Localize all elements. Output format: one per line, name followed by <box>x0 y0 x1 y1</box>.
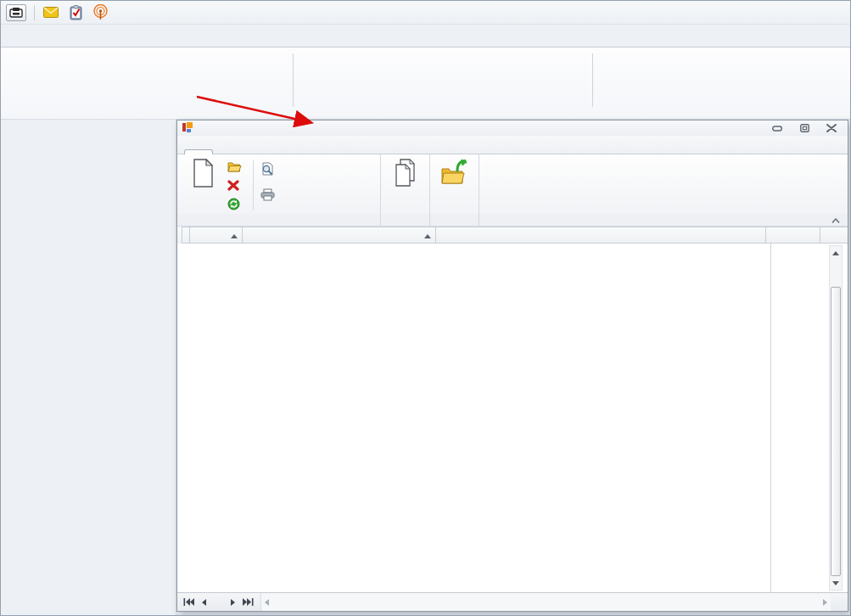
ribbon-column-5 <box>363 53 469 119</box>
toolbar-group-labels <box>177 214 848 227</box>
plantillas-incidencia-dialog <box>176 120 848 612</box>
minimize-button[interactable] <box>771 123 783 133</box>
sidebar <box>1 120 176 616</box>
ribbon-collapse-area <box>479 214 848 226</box>
header-categoria[interactable] <box>190 227 243 244</box>
hscroll-right-icon[interactable] <box>823 599 827 606</box>
phone-icon <box>8 4 25 21</box>
ribbon-group-divider <box>293 53 294 107</box>
ribbon-column-3 <box>167 53 288 119</box>
ribbon-column-8 <box>747 53 850 119</box>
nuevo-button[interactable] <box>182 157 224 214</box>
ribbon-group-divider <box>592 53 593 107</box>
table-header <box>177 227 848 244</box>
tasks-icon[interactable] <box>67 4 84 21</box>
phone-button[interactable] <box>6 4 26 21</box>
menu-bar <box>1 25 850 47</box>
mail-icon[interactable] <box>42 4 59 21</box>
vertical-scrollbar[interactable] <box>829 245 843 591</box>
chevron-up-icon[interactable] <box>831 216 841 224</box>
broadcast-icon[interactable] <box>92 4 109 21</box>
group-label-cerrar <box>430 214 479 226</box>
main-area <box>1 120 850 616</box>
nav-last-button[interactable] <box>240 596 255 609</box>
ribbon-column-4 <box>298 53 363 119</box>
ribbon-column-7 <box>597 53 747 119</box>
ribbon-panel <box>1 47 850 120</box>
header-tipo-incidencia[interactable] <box>243 227 436 244</box>
printer-icon <box>260 188 275 201</box>
scroll-down-icon[interactable] <box>830 576 842 590</box>
dialog-title-bar[interactable] <box>177 120 848 136</box>
scroll-track[interactable] <box>830 260 842 287</box>
print-preview-icon <box>260 162 274 176</box>
eliminar-button[interactable] <box>227 177 246 193</box>
group-label-lista <box>177 214 381 226</box>
abrir-button[interactable] <box>227 159 246 174</box>
toolbar-group-cerrar <box>430 154 479 214</box>
toolbar-separator <box>34 5 35 20</box>
vista-previa-button[interactable] <box>260 161 279 176</box>
group-label-adicional <box>381 214 430 226</box>
header-descripcion[interactable] <box>436 227 766 244</box>
hscroll-left-icon[interactable] <box>265 599 269 606</box>
toolbar-separator <box>253 160 254 210</box>
imprimir-button[interactable] <box>260 187 279 202</box>
toolbar-group-adicional <box>381 154 430 214</box>
dialog-toolbar <box>177 154 848 214</box>
app-window <box>0 0 851 616</box>
window-buttons <box>771 123 837 133</box>
nav-next-button[interactable] <box>225 596 240 609</box>
ribbon-column-2 <box>67 53 167 119</box>
ribbon-column-1 <box>22 53 67 119</box>
close-icon[interactable] <box>826 123 837 133</box>
actualizar-button[interactable] <box>227 196 246 211</box>
status-bar <box>177 592 848 611</box>
open-folder-icon <box>227 160 242 172</box>
duplicate-icon <box>394 159 417 188</box>
refresh-icon <box>227 198 240 210</box>
toolbar-stack-print <box>257 157 279 214</box>
quick-access-toolbar <box>1 4 109 21</box>
horizontal-scrollbar[interactable] <box>260 593 831 611</box>
nav-prev-button[interactable] <box>196 596 211 609</box>
tab-principal[interactable] <box>184 149 213 154</box>
toolbar-stack-list <box>224 157 246 214</box>
scroll-up-icon[interactable] <box>830 246 842 260</box>
duplicar-button[interactable] <box>384 157 427 214</box>
scroll-thumb[interactable] <box>831 287 841 576</box>
cerrar-button[interactable] <box>434 157 476 214</box>
header-gutter <box>182 227 190 244</box>
toolbar-group-lista <box>180 154 381 214</box>
header-filler <box>820 227 848 244</box>
close-folder-icon <box>440 159 469 188</box>
dialog-icon <box>182 122 193 135</box>
table-body <box>177 244 848 592</box>
new-document-icon <box>192 159 214 188</box>
delete-x-icon <box>227 180 239 191</box>
ribbon-column-6 <box>469 53 588 119</box>
top-bar <box>1 1 850 25</box>
nav-first-button[interactable] <box>181 596 196 609</box>
dialog-tab-strip <box>177 136 848 154</box>
restore-button[interactable] <box>798 123 810 133</box>
header-blank <box>766 227 820 244</box>
